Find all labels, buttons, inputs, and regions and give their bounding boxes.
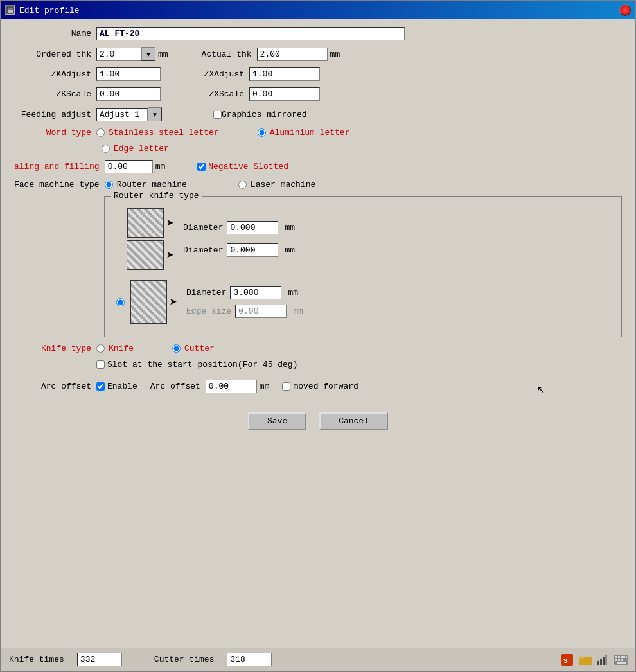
arc-offset-row: Arc offset Enable Arc offset mm moved fo…	[14, 380, 622, 393]
scale-row: ZKScale ZXScale	[14, 87, 622, 101]
knife-lower-row: ➤	[127, 240, 177, 270]
diameter-input-2[interactable]	[227, 243, 278, 257]
diameter-row-2: Diameter mm	[183, 243, 295, 257]
actual-thk-input[interactable]	[257, 48, 328, 61]
single-knife-box	[130, 280, 167, 324]
slot-start-checkbox[interactable]	[96, 360, 105, 369]
sealing-input[interactable]	[105, 160, 153, 173]
keyboard-icon[interactable]	[614, 653, 628, 667]
adjust-row: ZKAdjust ZXAdjust	[14, 67, 622, 81]
edge-size-label: Edge size	[186, 306, 231, 316]
svg-rect-6	[597, 661, 599, 665]
face-machine-label: Face machine type	[14, 180, 100, 190]
ordered-thk-label: Ordered thk	[14, 49, 91, 59]
knife-radio[interactable]	[96, 344, 105, 353]
feeding-row: Feeding adjust ▼ Graphics mirrored	[14, 107, 622, 121]
folder-icon[interactable]	[578, 653, 592, 667]
single-knife-visual: ➤	[130, 280, 180, 324]
zxscale-input[interactable]	[249, 87, 320, 101]
zxadjust-section: ZXAdjust	[186, 67, 320, 81]
moved-forward-checkbox[interactable]	[282, 382, 290, 391]
zkadjust-label: ZKAdjust	[14, 69, 91, 79]
svg-rect-13	[621, 656, 623, 658]
name-input[interactable]: AL FT-20	[96, 27, 405, 40]
zxadjust-input[interactable]	[249, 67, 320, 81]
diameter-input-3[interactable]	[230, 286, 281, 299]
knife-times-input[interactable]	[77, 653, 122, 666]
edge-letter-label: Edge letter	[114, 144, 169, 154]
cancel-button[interactable]: Cancel	[319, 412, 388, 430]
arrow-right-1: ➤	[166, 215, 174, 231]
zkscale-input[interactable]	[96, 87, 161, 101]
word-type-label: Word type	[14, 128, 91, 137]
zxscale-section: ZXScale	[186, 87, 320, 101]
feeding-adjust-dropdown[interactable]: ▼	[148, 107, 162, 121]
laser-machine-label: Laser machine	[251, 180, 315, 190]
negative-slotted-checkbox[interactable]	[197, 163, 206, 171]
svg-rect-7	[600, 659, 602, 665]
knife-label: Knife	[109, 344, 134, 353]
stacked-knife-visual: ➤ ➤	[127, 208, 177, 270]
zkscale-label: ZKScale	[14, 89, 91, 99]
arc-offset-input[interactable]	[206, 380, 257, 393]
knife-type-row: Knife type Knife Cutter	[14, 344, 622, 353]
edge-letter-radio[interactable]	[102, 145, 110, 153]
thk-row: Ordered thk ▼ mm Actual thk mm	[14, 47, 622, 61]
close-button[interactable]	[619, 4, 631, 16]
graphics-mirrored-checkbox[interactable]	[213, 111, 222, 119]
router-knife-title: Router knife type	[111, 191, 202, 200]
arc-offset-unit: mm	[260, 382, 270, 391]
diameter-fields-top: Diameter mm Diameter mm	[183, 221, 295, 257]
knife-times-label: Knife times	[9, 655, 64, 664]
router-machine-label: Router machine	[117, 180, 187, 190]
zxscale-label: ZXScale	[186, 89, 244, 99]
ordered-thk-input[interactable]	[96, 48, 141, 61]
arc-offset-label: Arc offset	[14, 382, 91, 391]
save-button[interactable]: Save	[248, 412, 306, 430]
router-knife-section: Router knife type ➤ ➤	[104, 196, 622, 337]
signal-icon	[596, 653, 610, 667]
laser-machine-radio[interactable]	[238, 181, 247, 189]
form-content: Name AL FT-20 Ordered thk ▼ mm Actual th…	[1, 19, 635, 438]
feeding-adjust-input[interactable]	[96, 108, 148, 121]
arrow-right-2: ➤	[166, 247, 174, 263]
ordered-thk-dropdown[interactable]: ▼	[141, 47, 155, 61]
knife-upper-box	[127, 208, 164, 238]
router-machine-radio[interactable]	[105, 181, 113, 189]
diameter-label-3: Diameter	[186, 288, 226, 297]
edge-size-input[interactable]	[235, 305, 287, 318]
main-window: Edit profile Name AL FT-20 Ordered thk ▼…	[0, 0, 636, 672]
aluminium-radio[interactable]	[258, 128, 266, 137]
svg-rect-8	[603, 657, 605, 665]
cutter-radio[interactable]	[172, 344, 181, 353]
slot-start-label: Slot at the start position(For 45 deg)	[107, 360, 297, 369]
svg-rect-12	[618, 656, 620, 658]
sealing-row: aling and filling mm Negative Slotted	[14, 160, 622, 173]
diameter-input-1[interactable]	[227, 221, 278, 234]
cutter-times-label: Cutter times	[154, 655, 215, 664]
actual-thk-label: Actual thk	[194, 49, 252, 59]
edge-letter-row: Edge letter	[14, 144, 622, 154]
window-icon	[5, 5, 15, 15]
svg-rect-0	[7, 7, 13, 13]
svg-rect-14	[623, 656, 625, 658]
name-row: Name AL FT-20	[14, 27, 622, 40]
cutter-label: Cutter	[184, 344, 215, 353]
edge-size-row: Edge size mm	[186, 305, 303, 318]
sealing-unit: mm	[155, 162, 166, 172]
knife-group-top: ➤ ➤ Diameter mm Diameter	[114, 208, 612, 270]
single-knife-radio[interactable]	[116, 298, 125, 306]
svg-rect-18	[621, 659, 623, 661]
zkadjust-input[interactable]	[96, 67, 161, 81]
ordered-thk-unit: mm	[158, 49, 168, 59]
sealing-prefix-label: aling and filling	[14, 162, 100, 172]
app-icon: S	[560, 653, 574, 667]
knife-type-label: Knife type	[14, 344, 91, 353]
arc-enable-checkbox[interactable]	[96, 382, 105, 391]
stainless-radio[interactable]	[96, 128, 105, 137]
cutter-times-input[interactable]	[227, 653, 272, 666]
svg-rect-17	[618, 659, 620, 661]
enable-label: Enable	[107, 382, 137, 391]
svg-rect-9	[605, 655, 607, 665]
taskbar-icons: S	[560, 653, 628, 667]
